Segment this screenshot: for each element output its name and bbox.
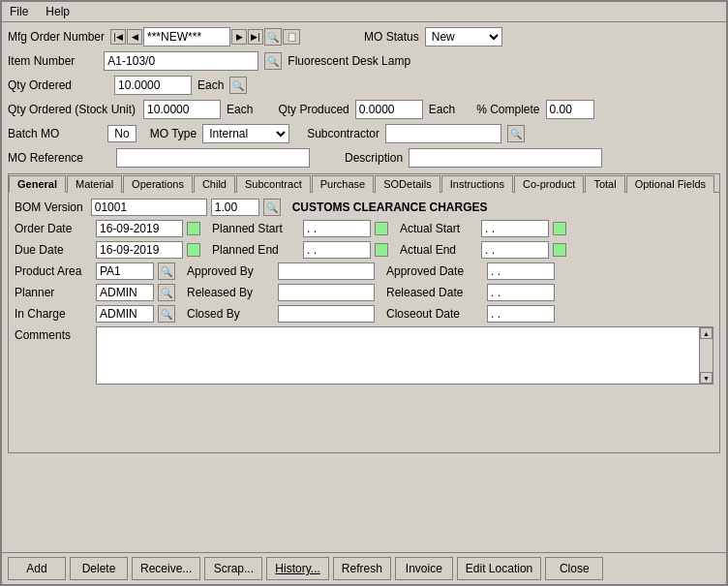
- qty-stock-unit: Each: [227, 103, 253, 116]
- actual-end-label: Actual End: [400, 243, 477, 257]
- menu-help[interactable]: Help: [42, 4, 74, 19]
- closeout-date-input[interactable]: [487, 305, 555, 323]
- product-area-input[interactable]: [96, 262, 154, 280]
- invoice-button[interactable]: Invoice: [395, 557, 453, 580]
- delete-button[interactable]: Delete: [70, 557, 128, 580]
- qty-produced-unit: Each: [429, 103, 455, 116]
- bom-version-num[interactable]: [211, 199, 259, 216]
- general-tab-content: BOM Version 🔍 CUSTOMS CLEARANCE CHARGES …: [9, 193, 719, 452]
- tabs-container: General Material Operations Child Subcon…: [8, 173, 720, 453]
- item-search[interactable]: 🔍: [264, 52, 282, 70]
- planner-search[interactable]: 🔍: [158, 284, 175, 301]
- people-row3: In Charge 🔍 Closed By Closeout Date: [15, 305, 713, 323]
- mfg-order-row: Mfg Order Number |◀ ◀ ▶ ▶| 🔍 📋 MO Status…: [8, 26, 720, 47]
- nav-copy[interactable]: 📋: [283, 29, 300, 45]
- pct-complete-input[interactable]: [546, 100, 594, 119]
- subcontractor-label: Subcontractor: [307, 127, 379, 140]
- comments-textarea[interactable]: [96, 326, 700, 385]
- due-date-checkbox[interactable]: [187, 243, 200, 257]
- in-charge-search[interactable]: 🔍: [158, 305, 175, 323]
- scroll-up-btn[interactable]: ▲: [700, 327, 713, 339]
- approved-date-input[interactable]: [487, 262, 555, 280]
- actual-start-input[interactable]: [481, 220, 549, 237]
- mo-reference-input[interactable]: [116, 148, 310, 168]
- comments-row: Comments ▲ ▼: [15, 326, 713, 385]
- qty-stock-input[interactable]: [143, 100, 221, 119]
- qty-produced-label: Qty Produced: [278, 103, 349, 116]
- planned-start-input[interactable]: [303, 220, 371, 237]
- actual-end-checkbox[interactable]: [553, 243, 566, 257]
- tab-purchase[interactable]: Purchase: [312, 175, 374, 193]
- subcontractor-input[interactable]: [385, 124, 501, 143]
- due-date-label: Due Date: [15, 243, 92, 257]
- bom-version-input[interactable]: [91, 199, 207, 216]
- product-area-search[interactable]: 🔍: [158, 262, 175, 280]
- qty-produced-input[interactable]: [355, 100, 423, 119]
- mfg-order-label: Mfg Order Number: [8, 30, 105, 44]
- tab-material[interactable]: Material: [67, 175, 122, 193]
- actual-start-checkbox[interactable]: [553, 222, 566, 235]
- released-by-input[interactable]: [278, 284, 375, 301]
- receive-button[interactable]: Receive...: [132, 557, 200, 580]
- bom-version-label: BOM Version: [15, 200, 83, 214]
- nav-first[interactable]: |◀: [110, 29, 126, 45]
- tab-subcontract[interactable]: Subcontract: [236, 175, 311, 193]
- nav-next[interactable]: ▶: [231, 29, 247, 45]
- item-number-input[interactable]: [104, 51, 258, 71]
- actual-end-input[interactable]: [481, 241, 549, 259]
- planned-start-label: Planned Start: [212, 222, 299, 235]
- mo-type-select[interactable]: Internal External: [202, 124, 289, 143]
- released-by-label: Released By: [187, 286, 274, 299]
- released-date-label: Released Date: [386, 286, 483, 299]
- tab-operations[interactable]: Operations: [123, 175, 193, 193]
- tab-coproduct[interactable]: Co-product: [514, 175, 584, 193]
- mo-status-select[interactable]: New Released Closed: [425, 27, 502, 46]
- edit-location-button[interactable]: Edit Location: [457, 557, 541, 580]
- nav-prev[interactable]: ◀: [127, 29, 142, 45]
- mo-status-label: MO Status: [364, 30, 419, 44]
- add-button[interactable]: Add: [8, 557, 66, 580]
- subcontractor-search[interactable]: 🔍: [507, 125, 525, 142]
- menu-file[interactable]: File: [6, 4, 32, 19]
- description-input[interactable]: [409, 148, 602, 168]
- product-area-label: Product Area: [15, 264, 92, 278]
- order-date-input[interactable]: [96, 220, 183, 237]
- dates-row1: Order Date Planned Start Actual Start: [15, 220, 713, 237]
- qty-stock-row: Qty Ordered (Stock Unit) Each Qty Produc…: [8, 99, 720, 120]
- bom-version-search[interactable]: 🔍: [263, 199, 281, 216]
- planner-label: Planner: [15, 286, 92, 299]
- history-button[interactable]: History...: [266, 557, 328, 580]
- nav-last[interactable]: ▶|: [248, 29, 263, 45]
- planned-end-input[interactable]: [303, 241, 371, 259]
- tab-sodetails[interactable]: SODetails: [375, 175, 440, 193]
- history-label: History...: [275, 562, 319, 575]
- qty-stock-label: Qty Ordered (Stock Unit): [8, 103, 136, 116]
- refresh-button[interactable]: Refresh: [333, 557, 391, 580]
- released-date-input[interactable]: [487, 284, 555, 301]
- tab-total[interactable]: Total: [585, 175, 624, 193]
- tab-instructions[interactable]: Instructions: [441, 175, 513, 193]
- planned-start-checkbox[interactable]: [375, 222, 388, 235]
- planned-end-checkbox[interactable]: [375, 243, 388, 257]
- closed-by-input[interactable]: [278, 305, 375, 323]
- qty-ordered-label: Qty Ordered: [8, 78, 72, 92]
- bom-version-row: BOM Version 🔍 CUSTOMS CLEARANCE CHARGES: [15, 199, 713, 216]
- spacer: [15, 388, 713, 447]
- mfg-order-search[interactable]: 🔍: [264, 28, 282, 46]
- tab-child[interactable]: Child: [194, 175, 235, 193]
- qty-unit-search[interactable]: 🔍: [229, 77, 247, 94]
- tab-optional-fields[interactable]: Optional Fields: [626, 175, 714, 193]
- due-date-input[interactable]: [96, 241, 183, 259]
- planner-input[interactable]: [96, 284, 154, 301]
- scrap-button[interactable]: Scrap...: [204, 557, 262, 580]
- close-button[interactable]: Close: [545, 557, 603, 580]
- in-charge-input[interactable]: [96, 305, 154, 323]
- scroll-down-btn[interactable]: ▼: [700, 372, 713, 384]
- approved-by-input[interactable]: [278, 262, 375, 280]
- tabs-row: General Material Operations Child Subcon…: [9, 174, 719, 193]
- mfg-order-input[interactable]: [143, 27, 230, 46]
- order-date-checkbox[interactable]: [187, 222, 200, 235]
- closed-by-label: Closed By: [187, 307, 274, 321]
- qty-ordered-input[interactable]: [114, 76, 192, 95]
- tab-general[interactable]: General: [9, 175, 66, 193]
